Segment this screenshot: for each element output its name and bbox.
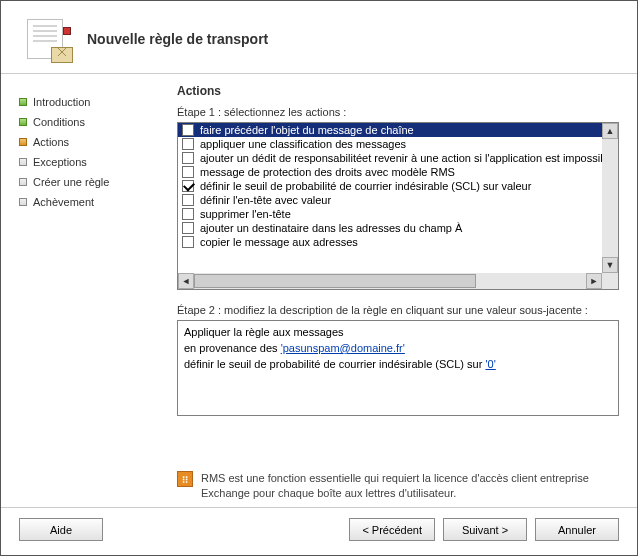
action-row[interactable]: supprimer l'en-tête (178, 207, 602, 221)
action-row[interactable]: ajouter un destinataire dans les adresse… (178, 221, 602, 235)
scroll-track[interactable] (194, 273, 586, 289)
action-checkbox[interactable] (182, 222, 194, 234)
action-label: ajouter un dédit de responsabilitéet rev… (200, 152, 602, 164)
action-label: supprimer l'en-tête (200, 208, 291, 220)
action-label: copier le message aux adresses (200, 236, 358, 248)
action-row[interactable]: faire précéder l'objet du message de cha… (178, 123, 602, 137)
sidebar-item-conditions[interactable]: Conditions (19, 112, 159, 132)
step-done-icon (19, 118, 27, 126)
scrollbar-corner (602, 273, 618, 289)
action-checkbox[interactable] (182, 152, 194, 164)
next-button[interactable]: Suivant > (443, 518, 527, 541)
action-checkbox[interactable] (182, 236, 194, 248)
action-checkbox[interactable] (182, 124, 194, 136)
back-button[interactable]: < Précédent (349, 518, 435, 541)
horizontal-scrollbar[interactable]: ◄ ► (178, 273, 602, 289)
desc-line: définir le seuil de probabilité de courr… (184, 357, 612, 373)
action-checkbox[interactable] (182, 138, 194, 150)
sidebar-item-actions[interactable]: Actions (19, 132, 159, 152)
sidebar-item-create-rule[interactable]: Créer une règle (19, 172, 159, 192)
sidebar-item-label: Conditions (33, 116, 85, 128)
step2-label: Étape 2 : modifiez la description de la … (177, 304, 619, 316)
action-row[interactable]: message de protection des droits avec mo… (178, 165, 602, 179)
action-row[interactable]: définir le seuil de probabilité de courr… (178, 179, 602, 193)
rms-icon: ⁝⁝ (177, 471, 193, 487)
action-checkbox[interactable] (182, 194, 194, 206)
wizard-main: Actions Étape 1 : sélectionnez les actio… (177, 84, 619, 501)
desc-text: en provenance des (184, 342, 281, 354)
step-current-icon (19, 138, 27, 146)
page-title: Nouvelle règle de transport (87, 31, 268, 47)
wizard-footer: Aide < Précédent Suivant > Annuler (1, 507, 637, 555)
desc-line: en provenance des 'pasunspam@domaine.fr' (184, 341, 612, 357)
wizard-header: Nouvelle règle de transport (1, 1, 637, 74)
action-label: appliquer une classification des message… (200, 138, 406, 150)
desc-text: définir le seuil de probabilité de courr… (184, 358, 485, 370)
scl-value-link[interactable]: '0' (485, 358, 495, 370)
rule-description: Appliquer la règle aux messages en prove… (177, 320, 619, 416)
step-todo-icon (19, 158, 27, 166)
sidebar-item-exceptions[interactable]: Exceptions (19, 152, 159, 172)
desc-line: Appliquer la règle aux messages (184, 325, 612, 341)
scroll-left-icon[interactable]: ◄ (178, 273, 194, 289)
action-label: définir l'en-tête avec valeur (200, 194, 331, 206)
rms-note-text: RMS est une fonction essentielle qui req… (201, 471, 619, 501)
actions-viewport: faire précéder l'objet du message de cha… (178, 123, 602, 273)
cancel-button[interactable]: Annuler (535, 518, 619, 541)
step-todo-icon (19, 198, 27, 206)
action-label: message de protection des droits avec mo… (200, 166, 455, 178)
step-todo-icon (19, 178, 27, 186)
scroll-right-icon[interactable]: ► (586, 273, 602, 289)
scroll-thumb[interactable] (194, 274, 476, 288)
vertical-scrollbar[interactable]: ▲ ▼ (602, 123, 618, 273)
wizard-body: Introduction Conditions Actions Exceptio… (1, 74, 637, 507)
action-label: définir le seuil de probabilité de courr… (200, 180, 531, 192)
action-label: faire précéder l'objet du message de cha… (200, 124, 414, 136)
action-row[interactable]: copier le message aux adresses (178, 235, 602, 249)
action-label: ajouter un destinataire dans les adresse… (200, 222, 462, 234)
sidebar-item-introduction[interactable]: Introduction (19, 92, 159, 112)
sidebar-item-label: Achèvement (33, 196, 94, 208)
action-checkbox[interactable] (182, 166, 194, 178)
action-row[interactable]: ajouter un dédit de responsabilitéet rev… (178, 151, 602, 165)
rule-icon (25, 17, 69, 61)
sidebar-item-label: Introduction (33, 96, 90, 108)
action-checkbox[interactable] (182, 208, 194, 220)
action-checkbox[interactable] (182, 180, 194, 192)
wizard-window: Nouvelle règle de transport Introduction… (0, 0, 638, 556)
sidebar-item-label: Exceptions (33, 156, 87, 168)
sidebar-item-label: Actions (33, 136, 69, 148)
help-button[interactable]: Aide (19, 518, 103, 541)
scroll-track[interactable] (602, 139, 618, 257)
action-row[interactable]: définir l'en-tête avec valeur (178, 193, 602, 207)
rms-note: ⁝⁝ RMS est une fonction essentielle qui … (177, 465, 619, 501)
sender-link[interactable]: 'pasunspam@domaine.fr' (281, 342, 405, 354)
section-title: Actions (177, 84, 619, 98)
actions-list: faire précéder l'objet du message de cha… (177, 122, 619, 290)
wizard-sidebar: Introduction Conditions Actions Exceptio… (19, 84, 159, 501)
action-row[interactable]: appliquer une classification des message… (178, 137, 602, 151)
step1-label: Étape 1 : sélectionnez les actions : (177, 106, 619, 118)
step-done-icon (19, 98, 27, 106)
scroll-down-icon[interactable]: ▼ (602, 257, 618, 273)
sidebar-item-label: Créer une règle (33, 176, 109, 188)
sidebar-item-completion[interactable]: Achèvement (19, 192, 159, 212)
scroll-up-icon[interactable]: ▲ (602, 123, 618, 139)
